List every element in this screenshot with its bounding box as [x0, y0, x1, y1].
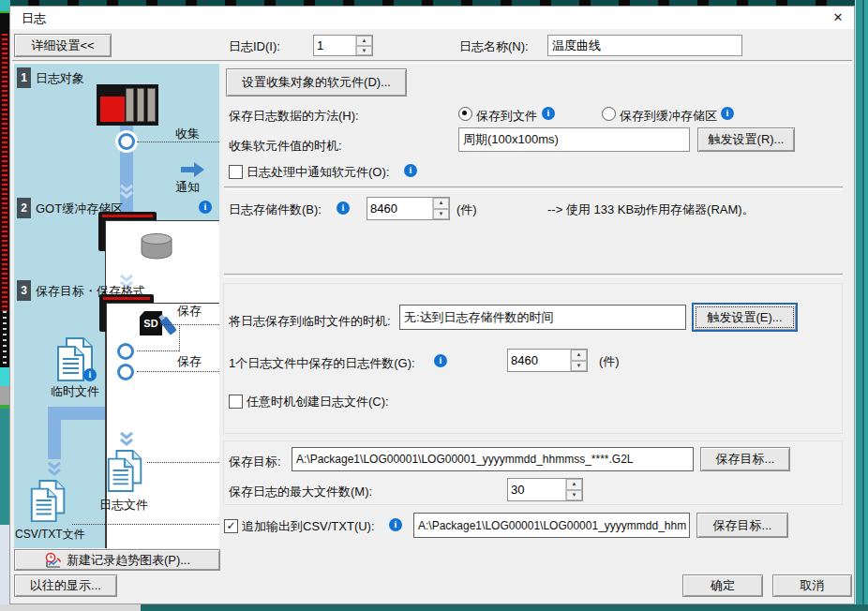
detail-settings-button[interactable]: 详细设置<<	[14, 34, 112, 57]
spin-down-icon[interactable]: ▼	[356, 46, 372, 56]
notify-device-label[interactable]: 日志处理中通知软元件(O):	[247, 164, 389, 181]
spin-down-icon[interactable]: ▼	[571, 361, 587, 372]
cancel-button[interactable]: 取消	[772, 574, 852, 597]
spin-up-icon[interactable]: ▲	[356, 36, 372, 46]
trigger-settings-e-button[interactable]: 触发设置(E)...	[692, 303, 798, 332]
notify-arrow-icon	[181, 161, 205, 178]
csv-output-checkbox[interactable]: ✓	[224, 519, 238, 533]
save-dotted-line-1v	[179, 324, 180, 351]
ok-button[interactable]: 确定	[682, 574, 763, 597]
save-method-label: 保存日志数据的方法(H):	[229, 108, 359, 125]
save-dotted-line-1h	[137, 350, 179, 351]
new-trend-chart-button[interactable]: 新建记录趋势图表(P)...	[14, 549, 220, 571]
info-icon: i	[199, 201, 212, 214]
dialog-titlebar: 日志 ✕	[10, 7, 854, 29]
storage-count-label: 日志存储件数(B):	[229, 201, 322, 218]
plc-cpu-block	[100, 97, 125, 122]
plc-module	[147, 88, 156, 122]
info-icon: i	[83, 368, 97, 381]
log-id-input[interactable]	[314, 36, 355, 55]
trigger-settings-r-button[interactable]: 触发设置(R)...	[697, 127, 795, 152]
radio-save-to-file-label[interactable]: 保存到文件	[476, 108, 537, 125]
background-right-strip	[855, 0, 868, 611]
csv-save-target-button[interactable]: 保存目标...	[696, 513, 788, 538]
per-file-count-input[interactable]	[508, 350, 570, 371]
new-trend-chart-label: 新建记录趋势图表(P)...	[67, 552, 190, 569]
spin-down-icon[interactable]: ▼	[433, 209, 449, 220]
any-timing-checkbox[interactable]	[229, 395, 243, 409]
save-dotted-line-1	[160, 324, 219, 325]
info-icon: i	[389, 518, 402, 531]
step-1-badge: 1	[17, 67, 31, 88]
buffer-cylinder-icon	[139, 232, 174, 260]
save-target-button[interactable]: 保存目标...	[700, 447, 790, 471]
collect-timing-label: 收集软元件值的时机:	[229, 138, 342, 155]
log-file-icon	[104, 449, 147, 494]
screen: 日志 ✕ 详细设置<< 日志ID(I): ▲ ▼ 日志名称(N): 1 日志对象	[0, 0, 868, 611]
save-label-1: 保存	[177, 303, 202, 320]
info-icon: i	[337, 201, 350, 215]
csv-path-field[interactable]: A:\Package1\LOG00001\LOG00001_yyyymmdd_h…	[413, 513, 690, 538]
per-file-count-spin-buttons: ▲ ▼	[570, 350, 587, 371]
save-node-2-icon	[117, 364, 134, 380]
set-collect-devices-button[interactable]: 设置收集对象的软元件(D)...	[226, 68, 407, 97]
save-dotted-line-2	[137, 371, 219, 372]
log-name-input[interactable]	[547, 35, 742, 56]
info-icon: i	[721, 107, 734, 120]
log-name-label: 日志名称(N):	[459, 38, 529, 55]
max-files-input[interactable]	[508, 479, 565, 500]
radio-save-to-buffer-label[interactable]: 保存到缓冲存储区	[620, 108, 717, 125]
collect-timing-field[interactable]: 周期(100x100ms)	[458, 127, 690, 152]
save-target-field[interactable]: A:\Package1\LOG00001\LOG00001_yyyymmdd_h…	[292, 447, 694, 471]
info-icon: i	[404, 164, 417, 177]
flow-band-left	[48, 407, 61, 459]
csv-file-label: CSV/TXT文件	[15, 527, 85, 543]
csv-output-label[interactable]: 追加输出到CSV/TXT(U):	[242, 518, 375, 535]
step-1-label: 日志对象	[36, 70, 84, 87]
trend-chart-icon	[44, 552, 63, 569]
max-files-spinner: ▲ ▼	[507, 478, 583, 501]
radio-save-to-buffer[interactable]	[602, 107, 616, 121]
per-file-count-label: 1个日志文件中保存的日志件数(G):	[229, 355, 415, 372]
got-red-stripe	[102, 215, 153, 217]
log-settings-dialog: 日志 ✕ 详细设置<< 日志ID(I): ▲ ▼ 日志名称(N): 1 日志对象	[9, 6, 855, 604]
collect-label: 收集	[175, 126, 200, 142]
log-file-dotted-line	[147, 462, 219, 463]
storage-count-unit: (件)	[456, 201, 477, 218]
log-id-spin-buttons: ▲ ▼	[355, 36, 372, 55]
csv-file-icon	[27, 479, 70, 524]
temp-file-label: 临时文件	[51, 383, 99, 400]
max-files-label: 保存日志的最大文件数(M):	[229, 484, 372, 500]
temp-timing-label: 将日志保存到临时文件的时机:	[229, 313, 391, 330]
chevron-down-icon	[48, 461, 61, 478]
save-node-1-icon	[117, 343, 134, 360]
storage-count-input[interactable]	[367, 198, 432, 219]
info-icon: i	[434, 354, 447, 367]
plc-device-icon	[97, 84, 158, 126]
info-icon: i	[542, 107, 555, 120]
any-timing-label[interactable]: 任意时机创建日志文件(C):	[247, 394, 389, 410]
spin-up-icon[interactable]: ▲	[433, 198, 449, 209]
spin-up-icon[interactable]: ▲	[566, 479, 582, 490]
close-icon[interactable]: ✕	[830, 9, 846, 26]
csv-file-dotted-line	[72, 524, 219, 525]
notify-device-checkbox[interactable]	[229, 165, 243, 179]
log-id-label: 日志ID(I):	[229, 38, 280, 55]
log-file-label: 日志文件	[99, 497, 148, 514]
background-left-red-dots	[2, 34, 7, 311]
temp-timing-field[interactable]: 无:达到日志存储件数的时间	[399, 305, 686, 330]
collect-node-icon	[118, 133, 135, 150]
radio-save-to-file[interactable]	[458, 107, 472, 121]
spin-down-icon[interactable]: ▼	[566, 490, 582, 501]
notify-label: 通知	[175, 179, 200, 196]
save-target-label: 保存目标:	[229, 454, 281, 470]
background-left-white-dots	[3, 311, 7, 367]
storage-count-spinner: ▲ ▼	[367, 197, 450, 220]
dialog-title: 日志	[22, 10, 46, 27]
per-file-count-spinner: ▲ ▼	[507, 349, 588, 372]
spin-up-icon[interactable]: ▲	[571, 350, 587, 361]
chevron-down-icon	[120, 431, 133, 448]
chevron-down-icon	[120, 184, 133, 201]
step-3-badge: 3	[17, 280, 31, 301]
legacy-display-button[interactable]: 以往的显示...	[14, 574, 117, 597]
